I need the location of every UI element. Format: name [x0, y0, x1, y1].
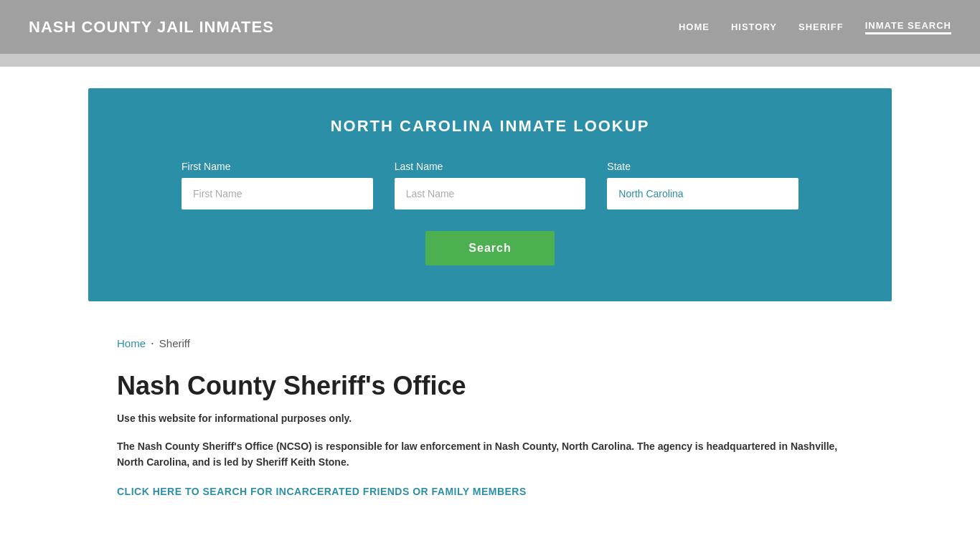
- first-name-label: First Name: [182, 161, 373, 172]
- search-title: NORTH CAROLINA INMATE LOOKUP: [182, 117, 798, 136]
- cta-link[interactable]: CLICK HERE to Search for Incarcerated Fr…: [117, 486, 527, 497]
- nav-history[interactable]: HISTORY: [731, 22, 777, 32]
- state-label: State: [607, 161, 798, 172]
- description-text: The Nash County Sheriff's Office (NCSO) …: [117, 438, 863, 471]
- site-title: NASH COUNTY JAIL INMATES: [29, 18, 274, 37]
- site-header: NASH COUNTY JAIL INMATES HOME HISTORY SH…: [0, 0, 980, 54]
- disclaimer-text: Use this website for informational purpo…: [117, 413, 863, 424]
- breadcrumb: Home • Sheriff: [117, 337, 863, 349]
- breadcrumb-home[interactable]: Home: [117, 337, 146, 349]
- state-group: State: [607, 161, 798, 209]
- state-input[interactable]: [607, 178, 798, 209]
- search-fields: First Name Last Name State: [182, 161, 798, 209]
- last-name-input[interactable]: [395, 178, 586, 209]
- last-name-label: Last Name: [395, 161, 586, 172]
- first-name-input[interactable]: [182, 178, 373, 209]
- nav-inmate-search[interactable]: INMATE SEARCH: [865, 20, 951, 34]
- nav-home[interactable]: HOME: [679, 22, 710, 32]
- search-section: NORTH CAROLINA INMATE LOOKUP First Name …: [88, 88, 892, 301]
- first-name-group: First Name: [182, 161, 373, 209]
- nav-sheriff[interactable]: SHERIFF: [798, 22, 844, 32]
- breadcrumb-separator: •: [151, 340, 154, 347]
- breadcrumb-current: Sheriff: [159, 337, 190, 349]
- page-title: Nash County Sheriff's Office: [117, 371, 863, 401]
- sub-header-bar: [0, 54, 980, 67]
- main-content: Home • Sheriff Nash County Sheriff's Off…: [88, 323, 892, 527]
- search-button[interactable]: Search: [425, 231, 554, 265]
- main-nav: HOME HISTORY SHERIFF INMATE SEARCH: [679, 20, 951, 34]
- search-button-row: Search: [182, 231, 798, 265]
- last-name-group: Last Name: [395, 161, 586, 209]
